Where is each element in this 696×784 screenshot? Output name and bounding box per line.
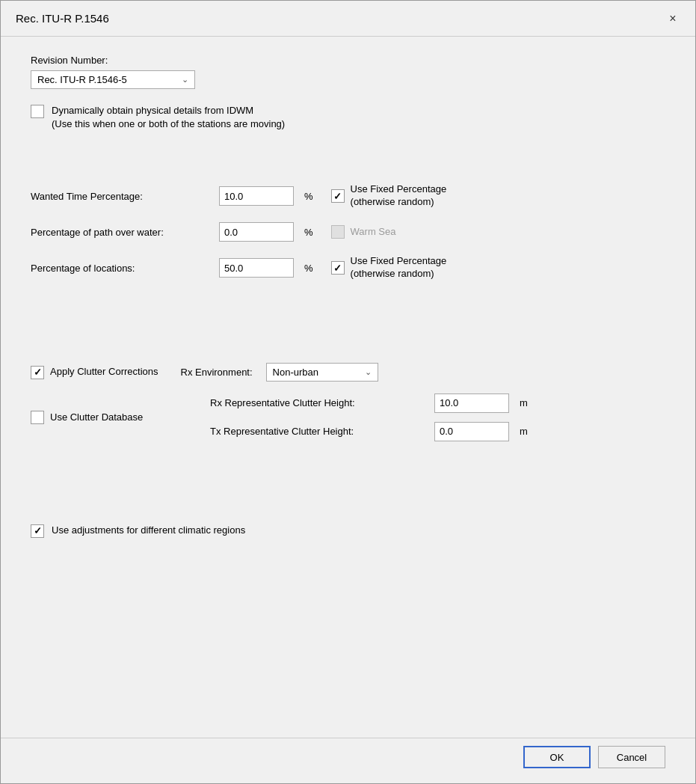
dialog-footer: OK Cancel — [1, 738, 695, 783]
idwm-label: Dynamically obtain physical details from… — [52, 104, 285, 131]
tx-height-row: Tx Representative Clutter Height: m — [210, 422, 528, 441]
clutter-heights: Rx Representative Clutter Height: m Tx R… — [210, 393, 528, 441]
path-water-right: Warm Sea — [331, 225, 396, 239]
path-water-label: Percentage of path over water: — [31, 227, 210, 238]
spacer2 — [31, 303, 665, 333]
tx-height-unit: m — [520, 426, 528, 437]
close-button[interactable]: × — [662, 8, 683, 29]
rx-height-row: Rx Representative Clutter Height: m — [210, 393, 528, 413]
wanted-time-label: Wanted Time Percentage: — [31, 191, 210, 202]
warm-sea-label: Warm Sea — [351, 226, 396, 239]
rx-height-unit: m — [520, 397, 528, 408]
tx-height-label: Tx Representative Clutter Height: — [210, 426, 427, 437]
wanted-time-row: Wanted Time Percentage: % Use Fixed Perc… — [31, 183, 665, 209]
warm-sea-checkbox[interactable] — [331, 225, 345, 239]
idwm-row: Dynamically obtain physical details from… — [31, 104, 665, 131]
apply-clutter-label: Apply Clutter Corrections — [50, 365, 158, 379]
apply-clutter-group: Apply Clutter Corrections — [31, 365, 158, 379]
locations-fixed-checkbox[interactable] — [331, 261, 345, 275]
path-water-percent: % — [304, 227, 313, 238]
revision-label: Revision Number: — [31, 55, 665, 66]
use-clutter-db-label: Use Clutter Database — [50, 411, 143, 424]
locations-label: Percentage of locations: — [31, 263, 210, 274]
wanted-time-input[interactable] — [219, 186, 294, 206]
cancel-button[interactable]: Cancel — [598, 746, 665, 768]
revision-section: Revision Number: Rec. ITU-R P.1546-5 ⌄ — [31, 55, 665, 89]
wanted-time-right: Use Fixed Percentage (otherwise random) — [331, 183, 447, 209]
climatic-checkbox[interactable] — [31, 524, 44, 538]
locations-fixed-label: Use Fixed Percentage (otherwise random) — [351, 255, 447, 281]
climatic-label: Use adjustments for different climatic r… — [52, 524, 245, 537]
clutter-row1: Apply Clutter Corrections Rx Environment… — [31, 363, 665, 382]
locations-percent: % — [304, 263, 313, 274]
ok-button[interactable]: OK — [523, 746, 591, 768]
idwm-checkbox[interactable] — [31, 105, 44, 118]
locations-right: Use Fixed Percentage (otherwise random) — [331, 255, 447, 281]
use-clutter-db-checkbox[interactable] — [31, 411, 44, 424]
rx-env-arrow-icon: ⌄ — [365, 367, 372, 377]
rx-height-label: Rx Representative Clutter Height: — [210, 397, 427, 408]
path-water-row: Percentage of path over water: % Warm Se… — [31, 222, 665, 242]
spacer4 — [31, 464, 665, 494]
apply-clutter-checkbox[interactable] — [31, 366, 44, 379]
rx-env-label: Rx Environment: — [181, 367, 253, 378]
wanted-time-fixed-checkbox[interactable] — [331, 189, 345, 203]
percentage-form: Wanted Time Percentage: % Use Fixed Perc… — [31, 183, 665, 281]
clutter-row2: Use Clutter Database Rx Representative C… — [31, 393, 665, 441]
dialog-content: Revision Number: Rec. ITU-R P.1546-5 ⌄ D… — [1, 37, 695, 738]
spacer5 — [31, 494, 665, 524]
rx-env-dropdown[interactable]: Non-urban ⌄ — [266, 363, 378, 382]
spacer3 — [31, 333, 665, 363]
wanted-time-percent: % — [304, 191, 313, 202]
clutter-section: Apply Clutter Corrections Rx Environment… — [31, 363, 665, 441]
revision-selected: Rec. ITU-R P.1546-5 — [37, 74, 127, 85]
dialog-title: Rec. ITU-R P.1546 — [16, 12, 109, 25]
path-water-input[interactable] — [219, 222, 294, 242]
tx-height-input[interactable] — [434, 422, 509, 441]
locations-row: Percentage of locations: % Use Fixed Per… — [31, 255, 665, 281]
rx-env-group: Rx Environment: Non-urban ⌄ — [181, 363, 378, 382]
locations-input[interactable] — [219, 258, 294, 278]
title-bar: Rec. ITU-R P.1546 × — [1, 1, 695, 37]
rx-height-input[interactable] — [434, 393, 509, 413]
clutter-db-group: Use Clutter Database — [31, 410, 195, 424]
spacer1 — [31, 153, 665, 183]
wanted-time-fixed-label: Use Fixed Percentage (otherwise random) — [351, 183, 447, 209]
rx-env-selected: Non-urban — [273, 367, 318, 378]
revision-arrow-icon: ⌄ — [182, 75, 188, 85]
climatic-row: Use adjustments for different climatic r… — [31, 524, 665, 538]
dialog-window: Rec. ITU-R P.1546 × Revision Number: Rec… — [0, 0, 696, 784]
revision-dropdown[interactable]: Rec. ITU-R P.1546-5 ⌄ — [31, 70, 195, 89]
